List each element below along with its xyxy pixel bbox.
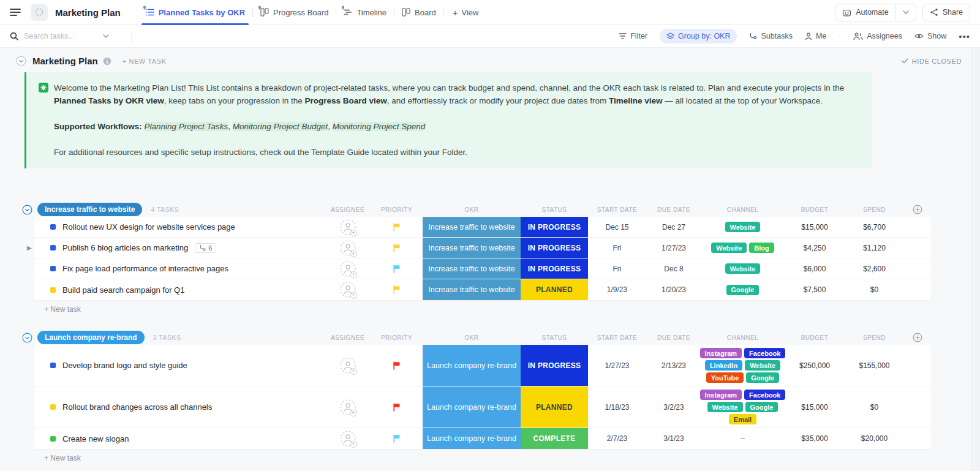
search-input[interactable]	[24, 32, 97, 40]
channel-cell[interactable]: InstagramFacebookWebsiteGoogleEmail	[701, 386, 784, 428]
tab-progress-board[interactable]: Progress Board	[253, 0, 336, 24]
task-status-square[interactable]	[50, 436, 56, 442]
add-assignee-button[interactable]: +	[340, 219, 356, 235]
budget-value[interactable]: $4,250	[784, 244, 845, 252]
status-cell[interactable]: PLANNED	[521, 386, 588, 428]
table-row[interactable]: ▶ Fix page load performance of interacti…	[34, 258, 931, 279]
group-by-button[interactable]: Group by: OKR	[660, 29, 737, 43]
priority-flag[interactable]	[371, 285, 423, 294]
add-assignee-button[interactable]: +	[340, 431, 356, 447]
priority-flag[interactable]	[371, 434, 423, 443]
status-cell[interactable]: COMPLETE	[521, 428, 588, 449]
status-cell[interactable]: IN PROGRESS	[521, 217, 588, 237]
spend-value[interactable]: $20,000	[845, 434, 903, 443]
spend-value[interactable]: $2,600	[845, 265, 903, 273]
channel-pill[interactable]: Blog	[749, 243, 774, 253]
okr-cell[interactable]: Increase traffic to website	[423, 217, 521, 237]
column-header[interactable]: OKR	[423, 334, 521, 341]
start-date[interactable]: Fri	[588, 244, 646, 252]
channel-pill[interactable]: Website	[725, 222, 761, 232]
show-button[interactable]: Show	[914, 32, 946, 40]
okr-cell[interactable]: Launch company re-brand	[423, 345, 521, 386]
channel-cell[interactable]: WebsiteBlog	[701, 239, 784, 256]
task-status-square[interactable]	[50, 245, 56, 251]
task-name[interactable]: Develop brand logo and style guide	[62, 361, 187, 370]
column-header[interactable]: ASSIGNEE	[325, 334, 371, 341]
sidebar-toggle-icon[interactable]	[10, 8, 31, 17]
spend-value[interactable]: $1,120	[845, 244, 903, 252]
start-date[interactable]: 1/9/23	[588, 285, 646, 294]
task-status-square[interactable]	[50, 363, 56, 368]
channel-pill[interactable]: Website	[707, 402, 743, 412]
channel-pill[interactable]: Facebook	[744, 348, 785, 358]
task-status-square[interactable]	[50, 287, 56, 293]
due-date[interactable]: Dec 27	[646, 223, 701, 232]
add-column-button[interactable]	[903, 205, 931, 214]
spend-value[interactable]: $6,700	[845, 223, 903, 232]
spend-value[interactable]: $155,000	[845, 361, 903, 370]
spend-value[interactable]: $0	[845, 285, 903, 294]
new-task-button[interactable]: + New task	[44, 305, 980, 314]
add-assignee-button[interactable]: +	[340, 358, 356, 374]
due-date[interactable]: 2/13/23	[646, 361, 701, 370]
column-header[interactable]: SPEND	[845, 206, 903, 213]
status-cell[interactable]: IN PROGRESS	[521, 345, 588, 386]
task-name[interactable]: Build paid search campaign for Q1	[62, 285, 184, 295]
column-header[interactable]: CHANNEL	[701, 206, 784, 213]
okr-cell[interactable]: Launch company re-brand	[423, 386, 521, 428]
task-name[interactable]: Publish 6 blog articles on marketing	[62, 243, 188, 252]
task-name[interactable]: Rollout brand changes across all channel…	[62, 402, 212, 412]
priority-flag[interactable]	[371, 403, 423, 412]
group-collapse-icon[interactable]	[22, 333, 32, 343]
channel-pill[interactable]: Google	[745, 402, 778, 412]
column-header[interactable]: STATUS	[521, 334, 588, 341]
column-header[interactable]: START DATE	[588, 334, 646, 341]
channel-cell[interactable]: Website	[701, 260, 784, 277]
expand-caret-icon[interactable]: ▶	[27, 244, 32, 251]
column-header[interactable]: OKR	[423, 206, 521, 213]
okr-cell[interactable]: Launch company re-brand	[423, 428, 521, 449]
start-date[interactable]: Fri	[588, 265, 646, 273]
okr-cell[interactable]: Increase traffic to website	[423, 258, 521, 279]
vertical-scrollbar[interactable]	[971, 48, 980, 471]
search-box[interactable]	[10, 32, 126, 40]
budget-value[interactable]: $6,000	[784, 265, 845, 273]
task-status-square[interactable]	[50, 224, 56, 230]
channel-cell[interactable]: Google	[701, 282, 784, 298]
group-collapse-icon[interactable]	[22, 205, 32, 215]
budget-value[interactable]: $7,500	[784, 285, 845, 294]
column-header[interactable]: PRIORITY	[371, 206, 423, 213]
add-assignee-button[interactable]: +	[340, 399, 356, 415]
channel-pill[interactable]: Facebook	[744, 390, 785, 400]
subtask-count-badge[interactable]: 6	[195, 243, 216, 253]
channel-pill[interactable]: Website	[711, 243, 747, 253]
column-header[interactable]: BUDGET	[784, 206, 845, 213]
tab-timeline[interactable]: Timeline	[336, 0, 394, 24]
column-header[interactable]: CHANNEL	[701, 334, 784, 341]
due-date[interactable]: 3/2/23	[646, 403, 701, 412]
add-assignee-button[interactable]: +	[340, 240, 356, 256]
priority-flag[interactable]	[371, 244, 423, 252]
task-name[interactable]: Create new slogan	[62, 434, 129, 443]
channel-cell[interactable]: –	[701, 431, 784, 446]
budget-value[interactable]: $15,000	[784, 403, 845, 412]
automate-button[interactable]: Automate	[835, 4, 916, 21]
group-okr-pill[interactable]: Launch company re-brand	[37, 331, 145, 344]
column-header[interactable]: PRIORITY	[371, 334, 423, 341]
start-date[interactable]: 1/27/23	[588, 361, 646, 370]
column-header[interactable]: START DATE	[588, 206, 646, 213]
channel-pill[interactable]: YouTube	[706, 372, 744, 383]
tab-board[interactable]: Board	[394, 0, 443, 24]
channel-pill[interactable]: Instagram	[700, 348, 742, 358]
collapse-list-icon[interactable]	[16, 56, 26, 66]
subtasks-button[interactable]: Subtasks	[749, 32, 792, 40]
column-header[interactable]: STATUS	[521, 206, 588, 213]
table-row[interactable]: ▶ Publish 6 blog articles on marketing 6…	[34, 238, 931, 258]
status-cell[interactable]: IN PROGRESS	[521, 258, 588, 279]
add-assignee-button[interactable]: +	[340, 282, 356, 298]
priority-flag[interactable]	[371, 223, 423, 232]
channel-pill[interactable]: Website	[745, 360, 780, 371]
channel-pill[interactable]: LinkedIn	[705, 360, 742, 371]
table-row[interactable]: ▶ Develop brand logo and style guide + L…	[34, 345, 931, 386]
info-icon[interactable]	[103, 57, 111, 66]
